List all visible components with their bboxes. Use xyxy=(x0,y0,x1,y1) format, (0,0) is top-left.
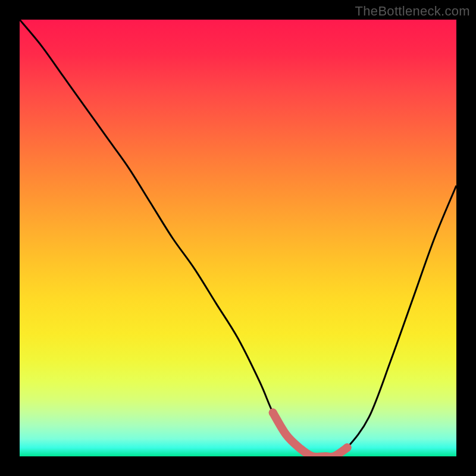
chart-container: TheBottleneck.com xyxy=(0,0,476,476)
optimal-region-highlight xyxy=(273,413,347,456)
highlight-endpoint-right xyxy=(343,443,352,452)
watermark-text: TheBottleneck.com xyxy=(355,4,470,19)
highlight-endpoint-left xyxy=(269,409,277,417)
bottleneck-curve xyxy=(20,20,456,456)
plot-area xyxy=(20,20,456,456)
curve-svg xyxy=(20,20,456,456)
